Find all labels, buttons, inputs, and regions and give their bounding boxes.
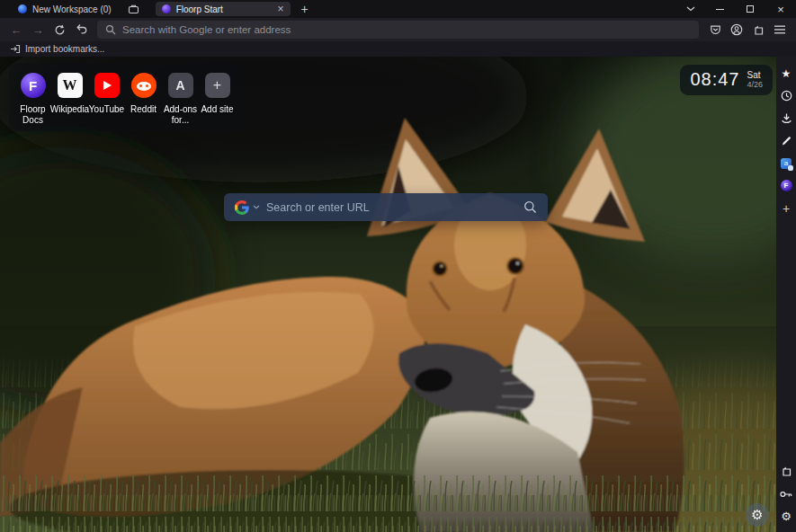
shortcut-label: Add site xyxy=(201,104,233,115)
shortcut-reddit[interactable]: Reddit xyxy=(125,72,162,126)
shortcut-addons[interactable]: A Add-ons for... xyxy=(162,72,199,126)
rail-floorp-button[interactable]: F xyxy=(776,174,796,197)
tabbar-spacer xyxy=(316,0,677,18)
plus-icon: + xyxy=(204,72,231,99)
floorp-logo-icon: F xyxy=(781,180,792,191)
shortcut-label: Reddit xyxy=(130,104,157,115)
rail-translate-button[interactable]: a xyxy=(776,152,796,174)
back-button[interactable]: ← xyxy=(5,20,27,40)
account-icon xyxy=(730,23,743,36)
undo-closed-tab-button[interactable] xyxy=(70,20,92,40)
rail-hide-sidebar-button[interactable] xyxy=(776,460,796,483)
pencil-icon xyxy=(781,136,792,146)
clock-widget: 08:47 Sat 4/26 xyxy=(680,65,773,95)
clock-date: 4/26 xyxy=(747,80,763,89)
sidebar-toggle-icon xyxy=(753,24,765,36)
hamburger-menu-icon xyxy=(774,25,785,34)
import-bookmarks-label: Import bookmarks... xyxy=(25,44,104,54)
search-icon xyxy=(105,24,116,35)
search-engine-button[interactable] xyxy=(235,200,260,215)
pocket-button[interactable] xyxy=(704,20,726,40)
tab-floorp-start[interactable]: Floorp Start × xyxy=(156,2,291,16)
maximize-button[interactable] xyxy=(735,0,765,18)
close-icon: × xyxy=(777,3,784,16)
pocket-icon xyxy=(710,24,721,36)
clock-time: 08:47 xyxy=(690,69,739,90)
newtab-settings-button[interactable]: ⚙ xyxy=(746,503,769,527)
reload-button[interactable] xyxy=(49,20,70,40)
import-icon xyxy=(10,44,21,54)
tab-bar: New Workspace (0) Floorp Start × + × xyxy=(0,0,796,18)
star-icon: ★ xyxy=(782,67,792,80)
sidebar-toggle-icon xyxy=(781,466,792,477)
workspaces-switcher-button[interactable] xyxy=(121,0,147,18)
rail-settings-button[interactable]: ⚙ xyxy=(776,505,796,528)
youtube-icon xyxy=(94,72,121,99)
navbar-right-icons xyxy=(704,20,791,40)
engine-chevron-icon xyxy=(253,205,260,209)
shortcut-floorp-docs[interactable]: F Floorp Docs xyxy=(14,72,51,126)
wikipedia-icon: W xyxy=(57,72,84,99)
account-button[interactable] xyxy=(726,20,747,40)
shortcut-add-site[interactable]: + Add site xyxy=(199,72,236,126)
floorp-favicon-icon xyxy=(162,4,171,13)
app-menu-button[interactable] xyxy=(769,20,791,40)
key-icon xyxy=(780,490,792,499)
translate-icon: a xyxy=(781,158,792,169)
minimize-icon xyxy=(716,9,724,10)
shortcut-wikipedia[interactable]: W Wikipedia xyxy=(51,72,88,126)
newtab-search-bar[interactable] xyxy=(224,193,548,221)
close-window-button[interactable]: × xyxy=(765,0,796,18)
reddit-icon xyxy=(130,72,157,99)
tab-title: Floorp Start xyxy=(176,4,273,14)
newtab-stage: F Floorp Docs W Wikipedia YouTube Reddit xyxy=(0,57,776,532)
bookmarks-toolbar: Import bookmarks... xyxy=(0,41,796,57)
workspaces-icon xyxy=(128,4,139,14)
navigation-toolbar: ← → xyxy=(0,18,796,41)
rail-passwords-button[interactable] xyxy=(776,483,796,505)
sidebar-toggle-button[interactable] xyxy=(747,20,769,40)
new-tab-button[interactable]: + xyxy=(294,0,316,18)
newtab-content: F Floorp Docs W Wikipedia YouTube Reddit xyxy=(0,57,796,532)
gear-icon: ⚙ xyxy=(781,510,792,523)
undo-icon xyxy=(76,24,87,35)
sidebar-rail: ★ a F + ⚙ xyxy=(776,57,796,532)
list-all-tabs-button[interactable] xyxy=(677,0,704,18)
shortcut-label: YouTube xyxy=(89,104,124,115)
url-bar[interactable] xyxy=(97,21,699,39)
clock-weekday: Sat xyxy=(747,70,760,81)
history-clock-icon xyxy=(781,90,792,102)
forward-button[interactable]: → xyxy=(27,20,49,40)
rail-history-button[interactable] xyxy=(776,84,796,107)
rail-notes-button[interactable] xyxy=(776,129,796,152)
shortcut-label: Add-ons for... xyxy=(162,104,199,126)
import-bookmarks-button[interactable]: Import bookmarks... xyxy=(6,43,108,55)
download-icon xyxy=(781,112,792,124)
plus-icon: + xyxy=(783,201,790,216)
workspace-label: New Workspace (0) xyxy=(32,4,112,14)
browser-window: New Workspace (0) Floorp Start × + × ← → xyxy=(0,0,796,532)
url-input[interactable] xyxy=(122,24,691,35)
reload-icon xyxy=(54,24,66,36)
newtab-search-input[interactable] xyxy=(266,201,517,214)
workspace-icon xyxy=(18,4,27,13)
letter-a-icon: A xyxy=(167,72,194,99)
google-logo-icon xyxy=(235,200,249,215)
shortcut-youtube[interactable]: YouTube xyxy=(88,72,125,126)
gear-icon: ⚙ xyxy=(751,507,763,523)
shortcuts-panel: F Floorp Docs W Wikipedia YouTube Reddit xyxy=(9,63,241,131)
shortcut-label: Wikipedia xyxy=(50,104,89,115)
rail-add-panel-button[interactable]: + xyxy=(776,197,796,219)
minimize-button[interactable] xyxy=(704,0,735,18)
rail-bookmarks-button[interactable]: ★ xyxy=(776,62,796,84)
tab-close-button[interactable]: × xyxy=(278,4,284,14)
floorp-docs-icon: F xyxy=(20,72,47,99)
chevron-down-icon xyxy=(686,6,695,12)
shortcut-label: Floorp Docs xyxy=(14,104,51,126)
workspace-chip[interactable]: New Workspace (0) xyxy=(0,0,121,18)
rail-downloads-button[interactable] xyxy=(776,107,796,129)
magnifier-icon[interactable] xyxy=(523,200,537,214)
maximize-icon xyxy=(747,5,754,13)
